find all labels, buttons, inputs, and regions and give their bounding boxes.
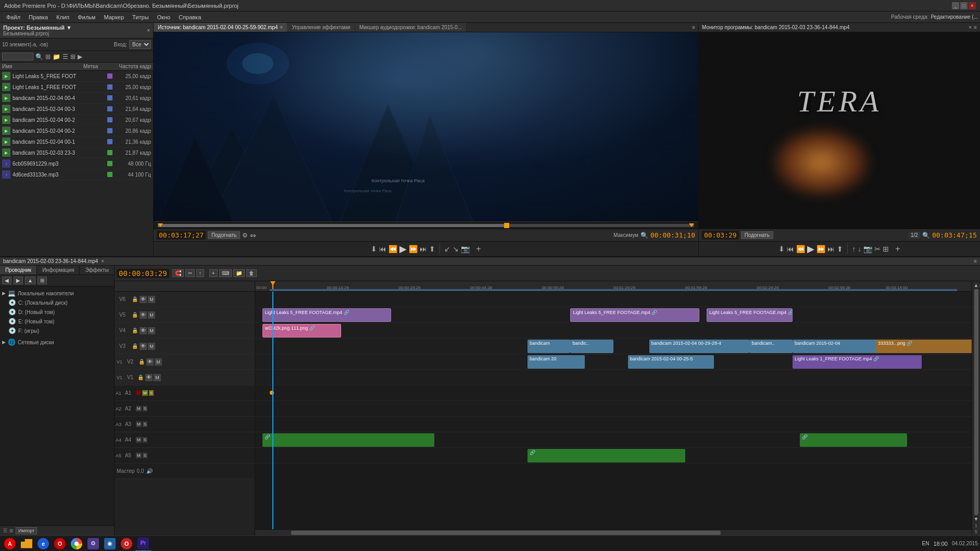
track-sync-v2[interactable]: 🔒 (138, 358, 145, 366)
track-a5[interactable]: 🔗 (255, 448, 972, 464)
prog-step-back[interactable]: ⏪ (796, 245, 805, 253)
track-sync-v6[interactable]: 🔒 (131, 296, 139, 303)
record-btn-a1[interactable] (136, 390, 141, 395)
clip-v3-1[interactable]: bandicam (527, 340, 571, 353)
clip-v3-6[interactable]: 333333...png 🔗 (876, 340, 972, 353)
prog-trim[interactable]: ✂ (874, 245, 881, 253)
tree-item-local[interactable]: ▶ 💻 Локальные накопители (0, 289, 114, 298)
track-s-a4[interactable]: S (143, 437, 147, 443)
effects-tab[interactable]: Управление эффектами (287, 23, 355, 32)
source-timeline[interactable] (154, 221, 698, 229)
clip-v3-4[interactable]: bandicam.. (749, 340, 793, 353)
clip-a4-2[interactable]: 🔗 (800, 433, 907, 447)
clip-v5-2[interactable]: Light Leaks 5_FREE FOOTAGE.mp4 🔗 (570, 308, 699, 322)
tl-folder-btn[interactable]: 📁 (233, 269, 245, 277)
close-btn[interactable]: × (969, 2, 976, 9)
menu-file[interactable]: Файл (2, 13, 24, 21)
prog-play[interactable]: ▶ (807, 243, 814, 255)
taskbar-opera1[interactable]: O (52, 536, 68, 552)
menu-help[interactable]: Справка (174, 13, 205, 21)
taskbar-app2[interactable]: ◉ (102, 536, 118, 552)
clip-v2-2[interactable]: bandicam 2015-02-04 00-25-5 (628, 355, 714, 369)
track-a3[interactable] (255, 417, 972, 432)
maximize-btn[interactable]: □ (960, 2, 968, 9)
tab-explorer[interactable]: Проводник (0, 266, 37, 274)
program-close-icon[interactable]: × (969, 24, 972, 30)
list-item[interactable]: ▶ bandicam 2015-02-04 00-2 20,67 кадр (0, 115, 153, 126)
list-item[interactable]: ▶ Light Leaks 1_FREE FOOT 25,00 кадр (0, 82, 153, 93)
scroll-up-btn[interactable]: ▲ (974, 282, 979, 288)
taskbar-folder[interactable] (19, 536, 34, 552)
fit-button-source[interactable]: Подогнать (208, 231, 240, 239)
list-item[interactable]: ▶ bandicam 2015-02-04 00-2 20,86 кадр (0, 126, 153, 136)
entry-select[interactable]: Все (129, 40, 151, 49)
prog-export[interactable]: 📷 (863, 245, 872, 253)
track-v5[interactable]: Light Leaks 5_FREE FOOTAGE.mp4 🔗 Light L… (255, 307, 972, 323)
track-s-a1[interactable]: S (149, 390, 154, 396)
list-item[interactable]: ▶ bandicam 2015-02-04 00-4 20,61 кадр (0, 93, 153, 104)
track-mute-v2[interactable]: M (155, 358, 162, 366)
view-toggle[interactable]: ☰ (3, 528, 7, 533)
list-view-icon[interactable]: ☰ (62, 53, 68, 60)
track-s-a2[interactable]: S (143, 406, 147, 411)
clip-v4-1[interactable]: wCM2k.png 111.png 🔗 (262, 324, 341, 337)
step-fwd-btn[interactable]: ⏩ (409, 245, 418, 253)
track-s-a3[interactable]: S (143, 421, 147, 427)
project-search-input[interactable] (2, 53, 33, 60)
clip-v5-1[interactable]: Light Leaks 5_FREE FOOTAGE.mp4 🔗 (262, 308, 392, 322)
scroll-down-btn[interactable]: ▼ (974, 516, 979, 522)
track-sync-v3[interactable]: 🔒 (131, 343, 139, 350)
tl-snap-btn[interactable]: 🧲 (172, 269, 184, 277)
track-v3[interactable]: bandicam bandic.. bandicam 2015-02-04 00… (255, 339, 972, 354)
list-item[interactable]: ♪ 6cb059691229.mp3 48 000 Гц (0, 158, 153, 169)
step-back-btn[interactable]: ⏪ (388, 245, 397, 253)
track-mute-v6[interactable]: M (148, 296, 155, 303)
tl-current-time[interactable]: 00:00:03:29 (117, 269, 169, 278)
autoplay-icon[interactable]: ▶ (78, 53, 82, 60)
track-mute-v1[interactable]: M (154, 374, 161, 381)
tree-item-c[interactable]: 💿 C: (Локальный диск) (0, 298, 114, 307)
clip-v2-1[interactable]: bandicam 20 (527, 355, 585, 369)
tab-effects[interactable]: Эффекты (80, 266, 114, 274)
go-end-btn[interactable]: ⏭ (420, 245, 427, 253)
browser-fwd-btn[interactable]: ▶ (14, 277, 23, 284)
grid-toggle[interactable]: ⊞ (9, 528, 14, 533)
track-m-a5[interactable]: M (136, 453, 142, 458)
taskbar-ie[interactable]: e (35, 536, 51, 552)
tab-info[interactable]: Информация (37, 266, 80, 274)
tree-item-d[interactable]: 💿 D: (Новый том) (0, 307, 114, 317)
monitor-menu-icon[interactable]: ≡ (689, 23, 698, 32)
track-eye-v2[interactable]: 👁 (146, 358, 154, 366)
clip-v2-3[interactable]: Light Leaks 1_FREE FOOTAGE.mp4 🔗 (793, 355, 922, 369)
tl-menu-icon[interactable]: ≡ (974, 258, 977, 264)
menu-film[interactable]: Фильм (73, 13, 99, 21)
play-btn[interactable]: ▶ (399, 243, 407, 255)
browser-back-btn[interactable]: ◀ (2, 277, 11, 284)
prog-go-end[interactable]: ⏭ (827, 245, 835, 253)
link-icon[interactable]: ⇔ (250, 231, 256, 240)
tl-lift-btn[interactable]: ↑ (196, 269, 204, 277)
list-item[interactable]: ▶ Light Leaks 5_FREE FOOT 25,00 кадр (0, 71, 153, 82)
icon-view-icon[interactable]: ⊞ (70, 53, 76, 60)
tl-keyboard-btn[interactable]: ⌨ (219, 269, 232, 277)
audio-mixer-tab[interactable]: Микшер аудиодорожки: bandicam 2015-0... (355, 23, 467, 32)
settings-icon[interactable]: ⚙ (242, 232, 248, 239)
prog-go-start[interactable]: ⏮ (787, 245, 794, 253)
track-sync-v5[interactable]: 🔒 (131, 311, 139, 319)
clip-v3-2[interactable]: bandic.. (570, 340, 613, 353)
track-mute-v3[interactable]: M (148, 343, 155, 350)
clip-v3-3[interactable]: bandicam 2015-02-04 00-29-28-4 (649, 340, 750, 353)
mark-in-btn[interactable]: ⬇ (371, 245, 377, 253)
track-eye-v4[interactable]: 👁 (140, 327, 147, 334)
track-eye-v6[interactable]: 👁 (140, 296, 147, 303)
zoom-icon[interactable]: 🔍 (640, 232, 648, 239)
menu-marker[interactable]: Маркер (99, 13, 128, 21)
track-m-a4[interactable]: M (136, 437, 142, 443)
mark-out-btn[interactable]: ⬆ (429, 245, 435, 253)
track-eye-v3[interactable]: 👁 (140, 343, 147, 350)
program-timecode[interactable]: 00:03:29 (702, 231, 739, 240)
track-m-a1[interactable]: M (142, 390, 148, 396)
tree-item-network[interactable]: ▶ 🌐 Сетевые диски (0, 337, 114, 347)
tree-item-f[interactable]: 💿 F: (игры) (0, 326, 114, 335)
zoom-icon-program[interactable]: 🔍 (922, 232, 930, 239)
